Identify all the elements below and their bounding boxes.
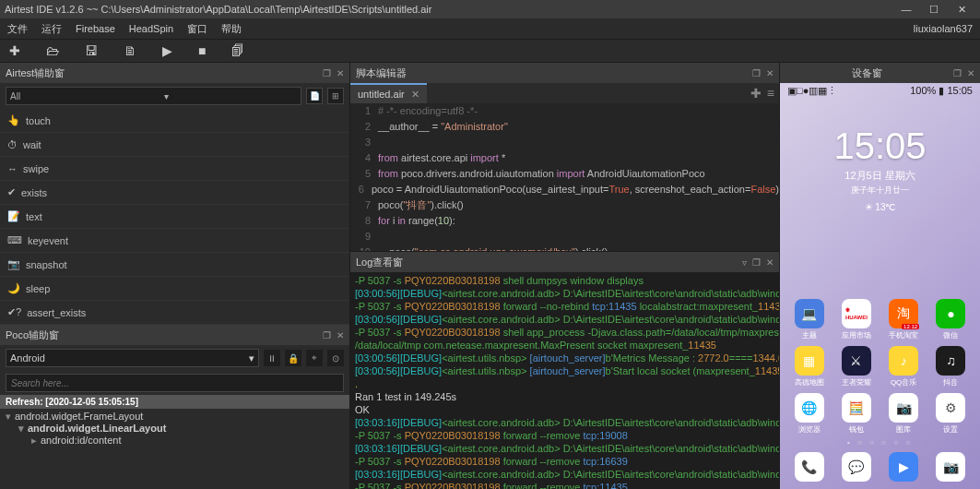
search-input[interactable] (6, 374, 344, 392)
close-button[interactable]: ✕ (948, 4, 975, 16)
assist-type-select[interactable]: All ▾ (6, 87, 301, 105)
float-icon[interactable]: ❐ (953, 68, 962, 78)
app-label: 应用市场 (842, 330, 871, 340)
line-number: 2 (350, 119, 378, 135)
app-icon[interactable]: 📷 (936, 452, 965, 482)
code-line: __author__ = "Administrator" (378, 119, 779, 135)
max-button[interactable]: ☐ (920, 4, 948, 16)
app-icon[interactable]: ♫抖音 (936, 346, 965, 388)
command-keyevent[interactable]: ⌨keyevent (0, 229, 349, 253)
close-panel-icon[interactable]: ✕ (766, 257, 773, 268)
app-icon[interactable]: 📷图库 (889, 393, 918, 435)
device-title: 设备窗 (852, 66, 882, 80)
keyevent-icon: ⌨ (7, 234, 22, 246)
float-icon[interactable]: ❐ (752, 68, 761, 78)
app-icon[interactable]: ♪QQ音乐 (889, 346, 918, 388)
command-label: exists (21, 187, 47, 198)
app-icon[interactable]: 🌐浏览器 (795, 393, 824, 435)
app-label: 微信 (943, 330, 958, 340)
export-icon[interactable]: 🗎 (124, 43, 136, 58)
command-assert_exists[interactable]: ✔?assert_exists (0, 301, 349, 325)
assert_exists-icon: ✔? (7, 306, 21, 318)
close-panel-icon[interactable]: ✕ (337, 330, 344, 340)
menu-file[interactable]: 文件 (7, 22, 28, 36)
menu-window[interactable]: 窗口 (187, 22, 207, 36)
menu-headspin[interactable]: HeadSpin (129, 23, 173, 34)
device-panel-head: 设备窗 ❐ ✕ (780, 63, 980, 83)
line-number: 10 (350, 244, 378, 251)
command-swipe[interactable]: ↔swipe (0, 157, 349, 181)
app-icon[interactable]: ⚔王者荣耀 (842, 346, 871, 388)
app-icon[interactable]: ⚙设置 (936, 393, 965, 435)
sleep-icon: 🌙 (7, 282, 20, 294)
command-wait[interactable]: ⏱wait (0, 133, 349, 157)
log-output[interactable]: -P 5037 -s PQY0220B03018198 shell dumpsy… (350, 272, 779, 489)
menu-help[interactable]: 帮助 (221, 22, 242, 36)
app-icon[interactable]: ▦高德地图 (795, 346, 824, 388)
poco-inspect-icon[interactable]: ⌖ (306, 350, 323, 366)
poco-lock-icon[interactable]: 🔒 (285, 350, 301, 366)
command-exists[interactable]: ✔exists (0, 181, 349, 205)
menu-firebase[interactable]: Firebase (76, 23, 115, 34)
user-label: liuxiaolan637 (914, 23, 973, 34)
command-label: snapshot (26, 259, 67, 270)
stop-icon[interactable]: ■ (198, 43, 206, 58)
refresh-bar[interactable]: Refresh: [2020-12-05 15:05:15] (0, 395, 349, 409)
filter-icon[interactable]: ▿ (742, 257, 747, 268)
command-text[interactable]: 📝text (0, 205, 349, 229)
app-label: 主题 (802, 330, 817, 340)
poco-record-icon[interactable]: ⊙ (327, 350, 344, 366)
app-icon[interactable]: 💻主题 (795, 299, 824, 340)
close-tab-icon[interactable]: ✕ (411, 89, 419, 101)
close-panel-icon[interactable]: ✕ (967, 68, 974, 78)
editor-tab[interactable]: untitled.air ✕ (350, 83, 427, 103)
app-icon[interactable]: 📞 (795, 452, 824, 482)
line-number: 8 (350, 213, 378, 229)
status-left: ▣□●▥▦⋮ (787, 85, 837, 97)
close-panel-icon[interactable]: ✕ (337, 68, 344, 78)
tree-node[interactable]: ▾android.widget.LinearLayout (6, 423, 344, 435)
command-snapshot[interactable]: 📷snapshot (0, 253, 349, 277)
play-icon[interactable]: ▶ (162, 43, 172, 58)
app-label: QQ音乐 (891, 377, 916, 388)
poco-title: Poco辅助窗 (6, 328, 59, 342)
report-icon[interactable]: 🗐 (231, 43, 244, 58)
save-icon[interactable]: 🖫 (85, 43, 98, 58)
add-tab-icon[interactable]: ✚ (750, 86, 762, 101)
code-editor[interactable]: 1# -*- encoding=utf8 -*-2__author__ = "A… (350, 103, 779, 251)
menu-run[interactable]: 运行 (41, 22, 62, 36)
app-icon[interactable]: ▶ (889, 452, 918, 482)
command-label: sleep (26, 283, 50, 294)
float-icon[interactable]: ❐ (323, 330, 331, 340)
app-icon[interactable]: 🧮钱包 (842, 393, 871, 435)
assist-icon-b[interactable]: ⊞ (327, 88, 344, 104)
editor-title: 脚本编辑器 (356, 66, 407, 80)
close-panel-icon[interactable]: ✕ (766, 68, 773, 78)
command-sleep[interactable]: 🌙sleep (0, 277, 349, 301)
float-icon[interactable]: ❐ (323, 68, 331, 78)
page-dots: • ○ ○ ○ ○ ○ (785, 438, 974, 447)
device-screen[interactable]: ▣□●▥▦⋮ 100% ▮ 15:05 15:05 12月5日 星期六 庚子年十… (780, 83, 980, 489)
app-label: 手机淘宝 (889, 330, 918, 340)
open-folder-icon[interactable]: 🗁 (46, 43, 59, 58)
code-line: # -*- encoding=utf8 -*- (378, 103, 779, 119)
poco-mode-select[interactable]: Android▾ (6, 349, 259, 367)
app-icon[interactable]: ❋HUAWEI应用市场 (842, 299, 871, 340)
log-line: [03:03:16][DEBUG]<airtest.core.android.a… (355, 468, 774, 481)
tab-menu-icon[interactable]: ≡ (767, 86, 774, 101)
log-line: -P 5037 -s PQY0220B03018198 shell app_pr… (355, 326, 774, 339)
tree-node[interactable]: ▸android:id/content (6, 435, 344, 447)
app-icon[interactable]: ●微信 (936, 299, 965, 340)
command-touch[interactable]: 👆touch (0, 109, 349, 133)
app-icon[interactable]: 💬 (842, 452, 871, 482)
log-line: -P 5037 -s PQY0220B03018198 forward --no… (355, 300, 774, 313)
app-icon[interactable]: 淘12.12手机淘宝 (889, 299, 918, 340)
min-button[interactable]: — (892, 4, 920, 15)
float-icon[interactable]: ❐ (752, 257, 761, 268)
log-line: Ran 1 test in 149.245s (355, 390, 774, 403)
assist-icon-a[interactable]: 📄 (306, 88, 323, 104)
new-file-icon[interactable]: ✚ (9, 43, 20, 58)
tree-node[interactable]: ▾android.widget.FrameLayout (6, 411, 344, 423)
app-label: 图库 (896, 424, 911, 435)
poco-pause-icon[interactable]: ⏸ (264, 350, 280, 366)
